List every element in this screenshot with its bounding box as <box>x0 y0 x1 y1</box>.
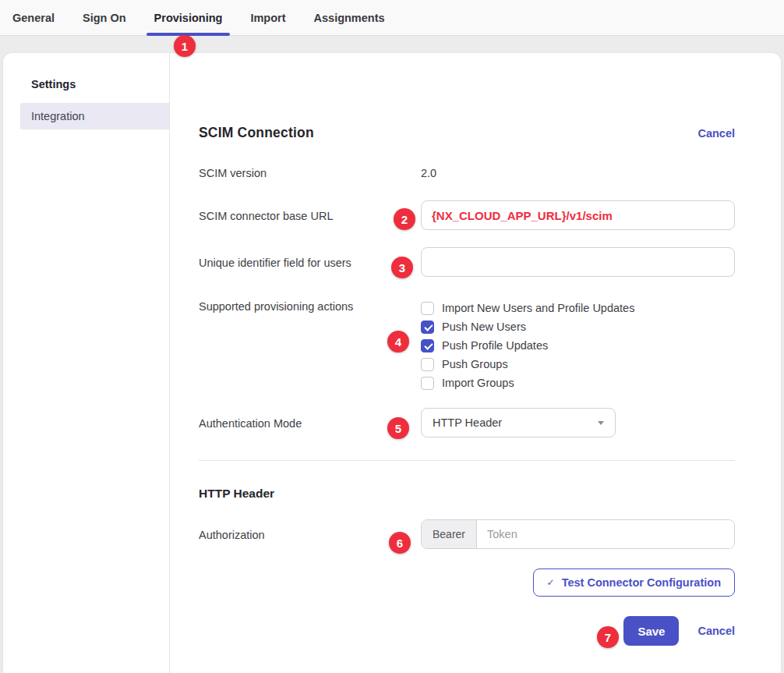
provisioning-actions-list: Import New Users and Profile Updates Pus… <box>421 299 735 392</box>
unique-id-row: Unique identifier field for users <box>199 247 735 277</box>
sidebar-heading: Settings <box>3 78 169 90</box>
checkbox-row-import-users[interactable]: Import New Users and Profile Updates <box>421 299 735 317</box>
settings-card: Settings Integration SCIM Connection Can… <box>3 53 781 673</box>
authorization-row: Authorization Bearer <box>199 519 735 549</box>
auth-mode-select[interactable]: HTTP Header <box>421 408 616 437</box>
checkbox-import-users[interactable] <box>421 302 434 315</box>
tab-import[interactable]: Import <box>242 0 293 35</box>
checkbox-label: Push Groups <box>442 358 508 370</box>
checkbox-row-push-new-users[interactable]: Push New Users <box>421 317 735 336</box>
unique-id-input[interactable] <box>421 247 735 277</box>
provisioning-actions-label: Supported provisioning actions <box>199 299 421 313</box>
title-row: SCIM Connection Cancel <box>199 125 735 141</box>
auth-mode-row: Authentication Mode HTTP Header <box>199 408 735 437</box>
tab-sign-on[interactable]: Sign On <box>75 0 134 35</box>
checkbox-push-new-users[interactable] <box>421 321 434 334</box>
annotation-step-7-badge: 7 <box>597 626 619 648</box>
unique-id-label: Unique identifier field for users <box>199 255 421 269</box>
check-icon: ✓ <box>547 577 555 588</box>
scim-version-label: SCIM version <box>199 167 421 179</box>
provisioning-settings-page: General Sign On Provisioning Import Assi… <box>0 0 784 673</box>
base-url-label: SCIM connector base URL <box>199 208 421 222</box>
http-header-section-heading: HTTP Header <box>199 487 735 501</box>
annotation-step-5-badge: 5 <box>387 417 409 439</box>
annotation-step-1-badge: 1 <box>174 35 196 57</box>
provisioning-actions-row: Supported provisioning actions Import Ne… <box>199 299 735 392</box>
annotation-step-6-badge: 6 <box>389 532 411 554</box>
scim-version-row: SCIM version 2.0 <box>199 167 735 179</box>
auth-mode-selected-value: HTTP Header <box>433 416 502 429</box>
sidebar-item-label: Integration <box>31 110 85 122</box>
cancel-link-top[interactable]: Cancel <box>697 127 735 140</box>
page-title: SCIM Connection <box>199 125 314 141</box>
save-button[interactable]: Save <box>623 616 679 646</box>
cancel-link-bottom[interactable]: Cancel <box>697 625 735 637</box>
token-input[interactable] <box>477 520 734 548</box>
chevron-down-icon <box>598 421 604 425</box>
annotation-step-3-badge: 3 <box>391 257 413 278</box>
annotation-step-4-badge: 4 <box>387 331 409 352</box>
scim-connection-form: SCIM Connection Cancel SCIM version 2.0 … <box>170 53 781 673</box>
annotation-step-2-badge: 2 <box>394 208 415 230</box>
checkbox-row-push-groups[interactable]: Push Groups <box>421 355 735 374</box>
authorization-input-group: Bearer <box>421 519 735 549</box>
checkbox-label: Push Profile Updates <box>442 339 548 352</box>
checkbox-push-groups[interactable] <box>421 358 434 371</box>
test-connector-button[interactable]: ✓ Test Connector Configuration <box>533 569 735 597</box>
base-url-row: SCIM connector base URL <box>199 200 735 230</box>
checkbox-label: Import Groups <box>442 377 514 389</box>
sidebar: Settings Integration <box>3 53 170 673</box>
scim-version-value: 2.0 <box>421 167 735 179</box>
sidebar-item-integration[interactable]: Integration <box>20 103 169 129</box>
app-tab-bar: General Sign On Provisioning Import Assi… <box>0 0 784 36</box>
checkbox-label: Push New Users <box>442 321 526 333</box>
bearer-prefix: Bearer <box>422 520 477 548</box>
checkbox-import-groups[interactable] <box>421 377 434 390</box>
section-divider <box>199 460 735 461</box>
test-connector-button-label: Test Connector Configuration <box>562 576 721 589</box>
checkbox-label: Import New Users and Profile Updates <box>442 302 634 314</box>
tab-provisioning[interactable]: Provisioning <box>147 0 231 35</box>
save-row: Save Cancel <box>199 616 735 646</box>
checkbox-push-profile-updates[interactable] <box>421 339 434 352</box>
tab-general[interactable]: General <box>5 0 62 35</box>
test-connector-row: ✓ Test Connector Configuration <box>199 569 735 597</box>
authorization-label: Authorization <box>199 527 421 541</box>
tab-assignments[interactable]: Assignments <box>306 0 393 35</box>
checkbox-row-import-groups[interactable]: Import Groups <box>421 374 735 392</box>
checkbox-row-push-profile-updates[interactable]: Push Profile Updates <box>421 336 735 355</box>
base-url-input[interactable] <box>421 200 735 230</box>
